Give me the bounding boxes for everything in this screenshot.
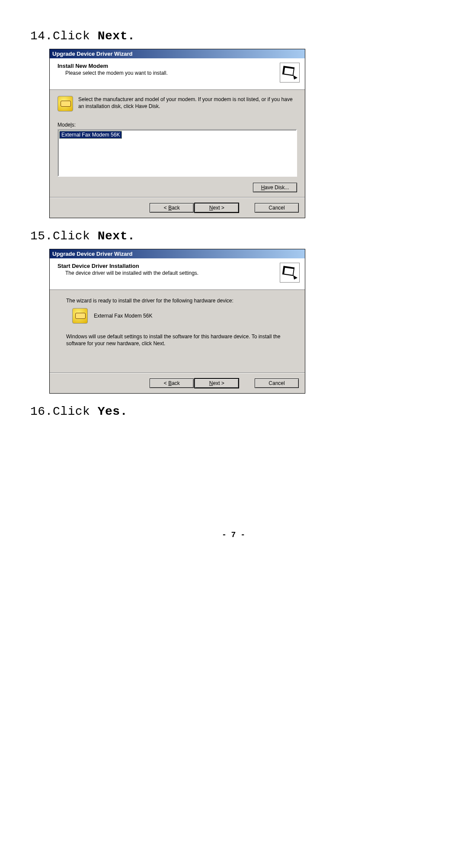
document-page: 14.Click Next. Upgrade Device Driver Wiz…: [0, 0, 467, 556]
models-label-post: s:: [72, 122, 76, 128]
modem-icon: [58, 96, 73, 111]
wizard2-body: The wizard is ready to install the drive…: [50, 290, 305, 373]
have-disk-row: Have Disk...: [58, 183, 297, 192]
wizard1-header-title: Install New Modem: [58, 63, 300, 69]
back-lt: <: [164, 205, 168, 211]
next-rest: ext >: [213, 380, 224, 386]
svg-rect-5: [284, 268, 294, 275]
wizard2-header: Start Device Driver Installation The dev…: [50, 258, 305, 290]
wizard2-device-name: External Fax Modem 56K: [94, 313, 152, 319]
models-label-pre: Mode: [58, 122, 70, 128]
have-disk-button[interactable]: Have Disk...: [253, 183, 297, 192]
wizard2-header-title: Start Device Driver Installation: [58, 263, 300, 269]
wizard2-header-subtitle: The device driver will be installed with…: [65, 270, 300, 276]
step-14-prefix: 14.Click: [30, 29, 98, 43]
step-15: 15.Click Next.: [30, 229, 437, 243]
wizard2-device-row: External Fax Modem 56K: [72, 308, 293, 324]
wizard1-header-subtitle: Please select the modem you want to inst…: [65, 70, 300, 76]
wizard1-instruction-text: Select the manufacturer and model of you…: [78, 96, 297, 110]
modem-icon: [72, 308, 88, 324]
models-listbox[interactable]: External Fax Modem 56K: [58, 129, 297, 177]
page-number: - 7 -: [30, 531, 437, 539]
next-button[interactable]: Next >: [195, 203, 239, 213]
step-16-period: .: [120, 405, 128, 418]
wizard-header-icon: [280, 63, 300, 83]
models-selected-item[interactable]: External Fax Modem 56K: [59, 131, 122, 139]
wizard2-note: Windows will use default settings to ins…: [66, 333, 293, 347]
step-14-action: Next: [98, 29, 128, 43]
cancel-button[interactable]: Cancel: [255, 203, 299, 213]
wizard2-ready-text: The wizard is ready to install the drive…: [66, 298, 293, 304]
step-16: 16.Click Yes.: [30, 405, 437, 418]
have-disk-rest: ave Disk...: [265, 184, 289, 191]
wizard1-titlebar: Upgrade Device Driver Wizard: [50, 49, 305, 58]
step-14: 14.Click Next.: [30, 29, 437, 43]
cancel-button[interactable]: Cancel: [255, 378, 299, 388]
step-15-prefix: 15.Click: [30, 229, 98, 243]
next-rest: ext >: [213, 205, 224, 211]
models-label: Models:: [58, 122, 297, 128]
step-16-prefix: 16.Click: [30, 405, 98, 418]
back-rest: ack: [172, 380, 180, 386]
wizard2-footer: < BackNext > Cancel: [50, 373, 305, 393]
step-14-period: .: [128, 29, 135, 43]
svg-rect-2: [284, 68, 294, 75]
step-16-action: Yes: [98, 405, 120, 418]
back-button[interactable]: < Back: [150, 378, 194, 388]
wizard1-body: Select the manufacturer and model of you…: [50, 90, 305, 197]
wizard1-header: Install New Modem Please select the mode…: [50, 58, 305, 90]
wizard-start-driver-installation: Upgrade Device Driver Wizard Start Devic…: [49, 249, 305, 394]
back-underline: B: [168, 205, 172, 211]
step-15-action: Next: [98, 229, 128, 243]
next-button[interactable]: Next >: [195, 378, 239, 388]
wizard2-titlebar: Upgrade Device Driver Wizard: [50, 249, 305, 258]
wizard1-footer: < BackNext > Cancel: [50, 197, 305, 218]
back-underline: B: [168, 380, 172, 386]
wizard-install-new-modem: Upgrade Device Driver Wizard Install New…: [49, 49, 305, 218]
wizard-header-icon: [280, 263, 300, 283]
step-15-period: .: [128, 229, 135, 243]
back-button[interactable]: < Back: [150, 203, 194, 213]
back-rest: ack: [172, 205, 180, 211]
wizard1-instruction-row: Select the manufacturer and model of you…: [58, 96, 297, 111]
back-lt: <: [164, 380, 168, 386]
